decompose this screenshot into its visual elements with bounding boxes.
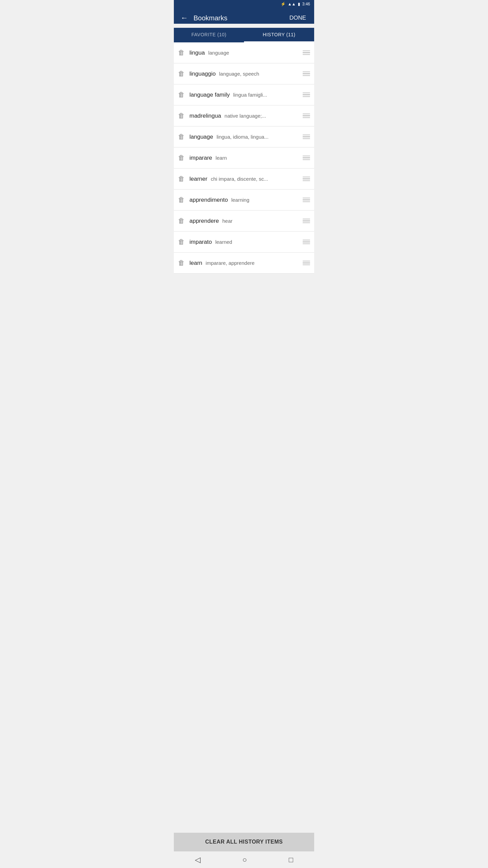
drag-handle[interactable]	[303, 93, 310, 97]
delete-icon[interactable]: 🗑	[178, 175, 185, 183]
item-word: imparato	[189, 239, 212, 245]
tab-favorite[interactable]: FAVORITE (10)	[174, 28, 244, 42]
item-word: language	[189, 134, 213, 140]
item-word: madrelingua	[189, 113, 221, 119]
list-item: 🗑 apprendere hear	[174, 211, 314, 232]
tab-history[interactable]: HISTORY (11)	[244, 28, 314, 42]
drag-handle[interactable]	[303, 177, 310, 181]
history-list: 🗑 lingua language 🗑 linguaggio language,…	[174, 42, 314, 274]
delete-icon[interactable]: 🗑	[178, 91, 185, 99]
item-translation: learn	[216, 155, 227, 161]
item-content: learn imparare, apprendere	[189, 260, 299, 267]
drag-handle[interactable]	[303, 261, 310, 265]
drag-handle[interactable]	[303, 219, 310, 223]
delete-icon[interactable]: 🗑	[178, 196, 185, 204]
item-content: imparare learn	[189, 155, 299, 161]
item-translation: lingua, idioma, lingua...	[217, 134, 268, 140]
item-translation: native language;...	[225, 113, 266, 119]
item-content: madrelingua native language;...	[189, 113, 299, 119]
list-item: 🗑 lingua language	[174, 42, 314, 63]
item-translation: language, speech	[219, 71, 259, 77]
item-content: language family lingua famigli...	[189, 92, 299, 98]
list-item: 🗑 apprendimento learning	[174, 190, 314, 211]
item-translation: learned	[215, 239, 232, 245]
item-content: apprendimento learning	[189, 197, 299, 203]
item-word: imparare	[189, 155, 212, 161]
delete-icon[interactable]: 🗑	[178, 154, 185, 162]
list-item: 🗑 language lingua, idioma, lingua...	[174, 126, 314, 147]
item-translation: imparare, apprendere	[206, 260, 255, 266]
back-button[interactable]: ←	[179, 12, 189, 24]
item-content: learner chi impara, discente, sc...	[189, 176, 299, 182]
item-translation: language	[208, 50, 229, 56]
item-translation: chi impara, discente, sc...	[211, 176, 268, 182]
list-item: 🗑 imparare learn	[174, 147, 314, 169]
bluetooth-icon: ⚡	[281, 2, 286, 6]
delete-icon[interactable]: 🗑	[178, 133, 185, 141]
status-bar: ⚡ ▲▲ ▮ 3:46	[174, 0, 314, 8]
list-item: 🗑 imparato learned	[174, 232, 314, 253]
item-content: lingua language	[189, 50, 299, 56]
drag-handle[interactable]	[303, 114, 310, 118]
battery-icon: ▮	[298, 2, 300, 6]
drag-handle[interactable]	[303, 72, 310, 76]
delete-icon[interactable]: 🗑	[178, 112, 185, 120]
list-item: 🗑 language family lingua famigli...	[174, 84, 314, 105]
delete-icon[interactable]: 🗑	[178, 238, 185, 246]
drag-handle[interactable]	[303, 240, 310, 244]
header: ← Bookmarks DONE	[174, 8, 314, 24]
delete-icon[interactable]: 🗑	[178, 49, 185, 57]
list-item: 🗑 linguaggio language, speech	[174, 63, 314, 84]
page-title: Bookmarks	[194, 14, 287, 22]
item-content: apprendere hear	[189, 218, 299, 224]
item-translation: learning	[231, 197, 249, 203]
item-word: lingua	[189, 50, 205, 56]
item-content: language lingua, idioma, lingua...	[189, 134, 299, 140]
item-content: imparato learned	[189, 239, 299, 245]
list-item: 🗑 learn imparare, apprendere	[174, 253, 314, 274]
item-translation: hear	[222, 218, 232, 224]
item-word: language family	[189, 92, 230, 98]
item-content: linguaggio language, speech	[189, 71, 299, 77]
list-item: 🗑 learner chi impara, discente, sc...	[174, 169, 314, 190]
item-word: learner	[189, 176, 207, 182]
item-word: apprendere	[189, 218, 219, 224]
drag-handle[interactable]	[303, 198, 310, 202]
time: 3:46	[302, 2, 310, 6]
item-word: linguaggio	[189, 71, 216, 77]
delete-icon[interactable]: 🗑	[178, 217, 185, 225]
tabs-container: FAVORITE (10) HISTORY (11)	[174, 28, 314, 42]
item-translation: lingua famigli...	[233, 92, 267, 98]
item-word: apprendimento	[189, 197, 228, 203]
drag-handle[interactable]	[303, 51, 310, 55]
drag-handle[interactable]	[303, 156, 310, 160]
drag-handle[interactable]	[303, 135, 310, 139]
delete-icon[interactable]: 🗑	[178, 259, 185, 267]
done-button[interactable]: DONE	[287, 13, 309, 23]
list-item: 🗑 madrelingua native language;...	[174, 105, 314, 126]
signal-icon: ▲▲	[288, 2, 296, 6]
delete-icon[interactable]: 🗑	[178, 70, 185, 78]
item-word: learn	[189, 260, 202, 267]
